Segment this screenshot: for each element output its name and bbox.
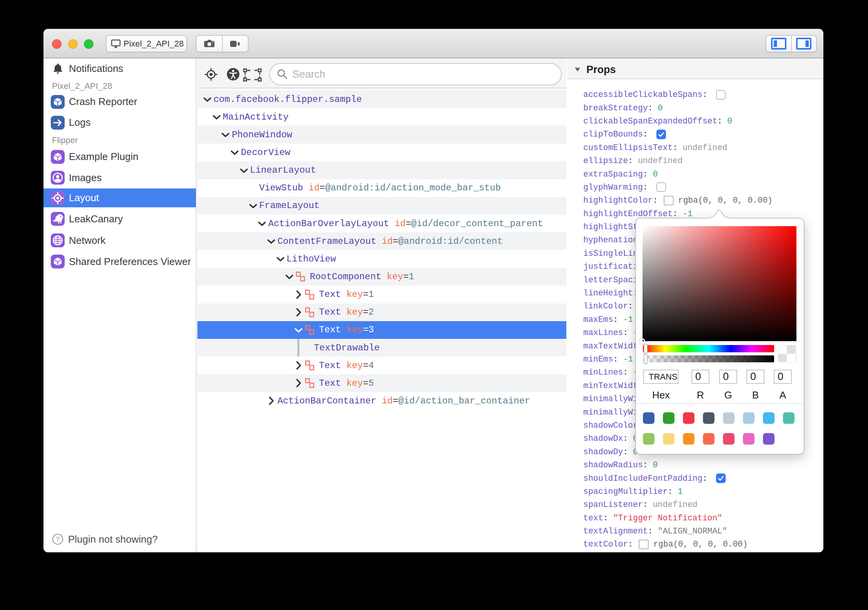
svg-text:?: ?: [56, 536, 59, 543]
